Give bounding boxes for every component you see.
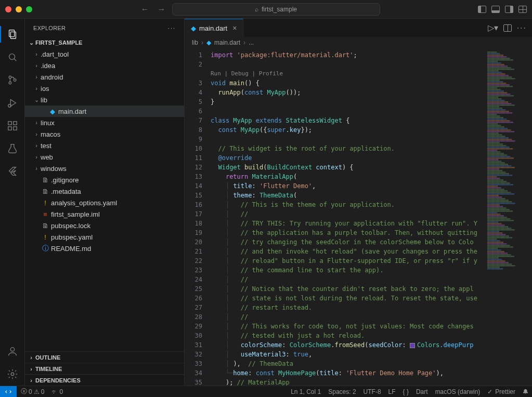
split-editor-icon[interactable] [503, 24, 512, 32]
breadcrumb-part[interactable]: main.dart [214, 39, 240, 46]
line-number: 31 [185, 340, 202, 350]
toggle-panel-icon[interactable] [491, 6, 500, 13]
status-cursor-pos[interactable]: Ln 1, Col 1 [291, 388, 321, 395]
chevron-right-icon: › [32, 85, 41, 91]
tree-item-label: pubspec.yaml [51, 233, 93, 241]
line-number: 1 [185, 50, 202, 60]
line-number: 18 [185, 219, 202, 228]
status-eol[interactable]: LF [388, 388, 396, 395]
file-item[interactable]: ⓘREADME.md [25, 243, 184, 254]
status-problems[interactable]: ⓧ0 ⚠0 [21, 387, 44, 396]
line-number: 19 [185, 228, 202, 237]
folder-item[interactable]: ›web [25, 151, 184, 163]
line-number: 22 [185, 256, 202, 266]
line-number: 27 [185, 303, 202, 312]
chevron-down-icon: ⌄ [32, 97, 41, 103]
folder-item[interactable]: ⌄lib [25, 94, 184, 105]
folder-item[interactable]: ›ios [25, 83, 184, 94]
line-number: 15 [185, 191, 202, 200]
sidebar-section-timeline[interactable]: ›TIMELINE [25, 363, 184, 374]
tab-main-dart[interactable]: ◆ main.dart × [185, 19, 243, 37]
folder-item[interactable]: ›android [25, 71, 184, 83]
code-lens[interactable]: Run | Debug | Profile [211, 69, 485, 78]
breadcrumb-part[interactable]: ... [249, 39, 254, 46]
activity-settings[interactable] [0, 363, 25, 386]
file-item[interactable]: !pubspec.yaml [25, 231, 184, 243]
more-actions-icon[interactable]: ··· [517, 23, 527, 33]
svg-rect-10 [8, 127, 11, 130]
folder-item[interactable]: ›macos [25, 128, 184, 140]
run-dropdown-icon[interactable]: ▷▾ [488, 23, 498, 33]
tree-item-label: web [41, 153, 53, 161]
activity-accounts[interactable] [0, 340, 25, 363]
status-encoding[interactable]: UTF-8 [364, 388, 381, 395]
file-item[interactable]: 🗎pubspec.lock [25, 220, 184, 231]
code-content[interactable]: import 'package:flutter/material.dart'; … [211, 48, 485, 386]
chevron-right-icon: › [27, 354, 35, 361]
yaml-file-icon: ! [41, 199, 50, 207]
activity-source-control[interactable] [0, 69, 25, 91]
status-indentation[interactable]: Spaces: 2 [328, 388, 356, 395]
status-ports[interactable]: ᯤ0 [51, 388, 63, 395]
activity-extensions[interactable] [0, 114, 25, 137]
file-item[interactable]: 🗎.metadata [25, 186, 184, 197]
chevron-right-icon: › [243, 39, 245, 46]
maximize-window-button[interactable] [26, 6, 32, 12]
status-notifications[interactable]: 🔔︎ [523, 388, 529, 395]
line-number: 25 [185, 284, 202, 294]
toggle-primary-sidebar-icon[interactable] [478, 6, 486, 13]
sidebar-header: EXPLORER ··· [25, 19, 184, 37]
tree-item-label: test [41, 142, 51, 150]
minimize-window-button[interactable] [16, 6, 22, 12]
remote-indicator[interactable] [0, 386, 17, 398]
line-number: 11 [185, 153, 202, 163]
activity-search[interactable] [0, 46, 25, 69]
file-item[interactable]: ◆main.dart [25, 105, 184, 117]
sidebar-section-outline[interactable]: ›OUTLINE [25, 351, 184, 363]
folder-item[interactable]: ›test [25, 140, 184, 151]
status-language[interactable]: Dart [416, 388, 428, 395]
close-tab-icon[interactable]: × [232, 24, 237, 32]
file-item[interactable]: 🗎.gitignore [25, 174, 184, 186]
code-area[interactable]: 12 3456789101112131415161718192021222324… [185, 48, 532, 386]
status-prettier[interactable]: Prettier [487, 388, 515, 395]
line-number: 26 [185, 294, 202, 303]
file-item[interactable]: !analysis_options.yaml [25, 197, 184, 208]
status-brackets[interactable]: { } [403, 388, 409, 395]
project-root-row[interactable]: ⌄ FIRTST_SAMPLE [25, 37, 184, 48]
breadcrumbs[interactable]: lib › ◆ main.dart › ... [185, 37, 532, 48]
chevron-right-icon: › [201, 39, 203, 46]
tree-item-label: linux [41, 119, 55, 127]
folder-item[interactable]: ›windows [25, 163, 184, 174]
line-number: 21 [185, 247, 202, 256]
file-icon: 🗎 [41, 176, 50, 184]
status-device[interactable]: macOS (darwin) [435, 388, 481, 395]
tree-item-label: .metadata [51, 188, 81, 195]
activity-explorer[interactable] [0, 23, 25, 46]
line-number: 34 [185, 368, 202, 378]
tree-item-label: .dart_tool [41, 50, 69, 58]
customize-layout-icon[interactable] [518, 6, 527, 13]
chevron-right-icon: › [32, 142, 41, 149]
folder-item[interactable]: ›.dart_tool [25, 48, 184, 60]
command-center-search[interactable]: ⌕ firtst_sample [172, 3, 380, 16]
sidebar-more-icon[interactable]: ··· [168, 25, 176, 31]
toggle-secondary-sidebar-icon[interactable] [505, 6, 513, 13]
activity-run-debug[interactable] [0, 91, 25, 114]
close-window-button[interactable] [5, 6, 11, 12]
tree-item-label: firtst_sample.iml [51, 210, 100, 218]
nav-forward-icon[interactable]: → [158, 5, 166, 14]
minimap[interactable]: ████████████████████████████████████████… [485, 48, 532, 386]
file-item[interactable]: ≡firtst_sample.iml [25, 208, 184, 220]
folder-item[interactable]: ›linux [25, 117, 184, 128]
nav-back-icon[interactable]: ← [141, 5, 149, 14]
activity-flutter[interactable] [0, 160, 25, 183]
line-number: 2 [185, 60, 202, 69]
dart-file-icon: ◆ [206, 39, 211, 46]
breadcrumb-part[interactable]: lib [192, 39, 198, 46]
titlebar: ← → ⌕ firtst_sample [0, 0, 532, 19]
activity-testing[interactable] [0, 137, 25, 160]
sidebar-section-dependencies[interactable]: ›DEPENDENCIES [25, 374, 184, 386]
explorer-sidebar: EXPLORER ··· ⌄ FIRTST_SAMPLE ›.dart_tool… [25, 19, 185, 386]
folder-item[interactable]: ›.idea [25, 60, 184, 71]
